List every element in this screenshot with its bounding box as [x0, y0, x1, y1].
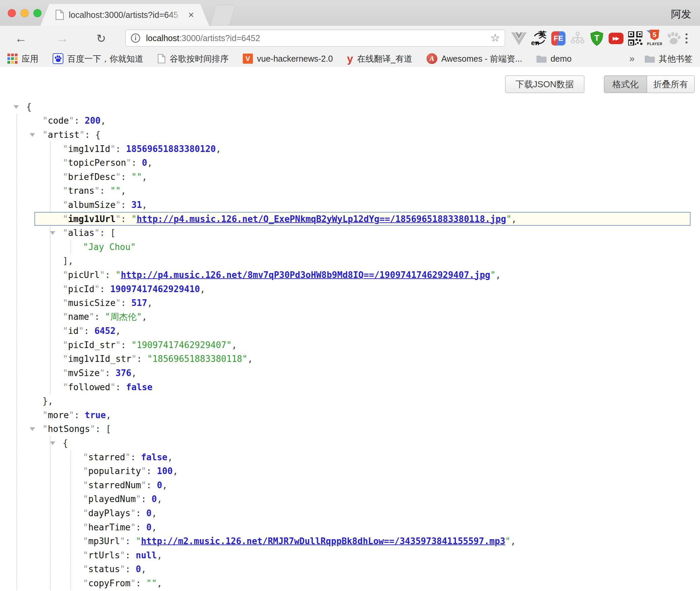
json-punct: : [: [100, 228, 116, 238]
json-url-link[interactable]: http://m2.music.126.net/RMJR7wDullRqppBk…: [141, 536, 505, 546]
json-url-link[interactable]: http://p4.music.126.net/Q_ExePNkmqB2yWyL…: [137, 214, 506, 224]
json-line: },: [0, 394, 700, 408]
json-quote: ": [94, 284, 100, 294]
json-punct: ,: [216, 144, 221, 154]
json-line: "picId": 19097417462929410,: [0, 282, 700, 296]
json-line: "name": "周杰伦",: [0, 310, 700, 324]
bookmarks-bar: 应用 百度一下，你就知道 谷歌按时间排序 V vue-hackernews-2.…: [0, 51, 700, 67]
translate-extension-icon[interactable]: 英 en: [532, 26, 547, 51]
extension-icons: 英 en FE T ▶▶: [532, 26, 681, 51]
back-button[interactable]: ←: [11, 26, 30, 51]
json-punct: ,: [121, 186, 126, 196]
json-punct: : [: [95, 424, 111, 434]
html5-player-extension-icon[interactable]: 5 PLAYER: [647, 26, 662, 51]
json-quote: ": [42, 424, 48, 434]
json-punct: {: [26, 102, 32, 112]
json-key: id: [68, 326, 79, 336]
json-line: "code": 200,: [0, 114, 700, 128]
json-key: starredNum: [88, 480, 141, 490]
json-key: topicPerson: [68, 158, 126, 168]
bookmarks-overflow-chevron[interactable]: »: [629, 53, 635, 64]
url-text[interactable]: localhost:3000/artists?id=6452: [146, 33, 260, 43]
json-punct: ,: [100, 116, 106, 126]
json-key: copyFrom: [88, 578, 130, 588]
json-line: "img1v1Id_str": "18569651883380118",: [0, 352, 700, 366]
bookmark-label: 在线翻译_有道: [357, 53, 412, 64]
json-quote: ": [63, 144, 68, 154]
vue-devtools-icon[interactable]: [511, 26, 527, 51]
download-json-button[interactable]: 下载JSON数据: [505, 75, 584, 93]
window-close-button[interactable]: [8, 9, 16, 17]
bookmark-star-icon[interactable]: ☆: [490, 31, 500, 44]
json-url-link[interactable]: http://p4.music.126.net/8mv7qP30Pd3oHW8b…: [121, 270, 490, 280]
address-bar[interactable]: localhost:3000/artists?id=6452 ☆: [125, 30, 505, 46]
bookmark-label: demo: [551, 54, 572, 64]
json-punct: :: [137, 354, 147, 364]
format-button[interactable]: 格式化: [604, 75, 647, 93]
bookmark-apps[interactable]: 应用: [7, 53, 38, 64]
apps-grid-icon: [7, 54, 18, 64]
json-line: ],: [0, 254, 700, 268]
json-key: status: [88, 564, 120, 574]
bookmark-demo-folder[interactable]: demo: [536, 54, 572, 64]
profile-name[interactable]: 阿发: [671, 7, 691, 21]
sitemap-extension-icon[interactable]: [570, 26, 585, 51]
json-punct: :: [146, 466, 157, 476]
json-punct: :: [116, 382, 126, 392]
window-zoom-button[interactable]: [33, 9, 41, 17]
bookmark-label: 应用: [22, 53, 38, 64]
bookmark-youdao[interactable]: y 在线翻译_有道: [347, 53, 412, 64]
bookmark-label: 百度一下，你就知道: [67, 53, 143, 64]
json-punct: ,: [116, 326, 121, 336]
json-quote: ": [141, 466, 146, 476]
site-info-icon[interactable]: [130, 33, 141, 43]
json-quote: ": [63, 382, 68, 392]
tampermonkey-shield-extension-icon[interactable]: T: [589, 26, 604, 51]
reload-button[interactable]: ↻: [92, 26, 111, 51]
tamper-label: T: [594, 33, 600, 42]
json-number: 0: [136, 564, 141, 574]
json-line: {: [0, 100, 700, 114]
browser-menu-button[interactable]: [680, 26, 693, 51]
window-minimize-button[interactable]: [21, 9, 29, 17]
json-quote: ": [100, 270, 105, 280]
json-punct: :: [100, 186, 110, 196]
json-quote: ": [120, 550, 125, 560]
bookmark-google-sort[interactable]: 谷歌按时间排序: [157, 53, 229, 64]
paw-extension-icon[interactable]: [666, 26, 681, 51]
json-line: "more": true,: [0, 408, 700, 422]
json-key: artist: [48, 130, 80, 140]
json-quote: ": [63, 158, 68, 168]
json-quote: ": [141, 480, 146, 490]
json-key: trans: [68, 186, 94, 196]
folder-icon: [536, 55, 547, 63]
json-punct: : {: [85, 130, 100, 140]
tab-close-icon[interactable]: ×: [188, 10, 194, 20]
json-quote: ": [83, 494, 88, 504]
json-quote: ": [110, 382, 116, 392]
bookmark-baidu[interactable]: 百度一下，你就知道: [53, 53, 143, 64]
json-quote: ": [100, 368, 105, 378]
other-bookmarks-folder[interactable]: 其他书签: [645, 53, 693, 64]
json-key: starred: [88, 452, 125, 462]
bookmark-awesomes[interactable]: A Awesomes - 前端资...: [427, 53, 522, 64]
json-quote: ": [130, 578, 136, 588]
new-tab-button[interactable]: [210, 5, 236, 26]
bookmark-vue-hackernews[interactable]: V vue-hackernews-2.0: [243, 54, 333, 64]
json-punct: ,: [511, 536, 516, 546]
json-line: "briefDesc": "",: [0, 170, 700, 184]
json-line: "hearTime": 0,: [0, 520, 700, 534]
active-tab[interactable]: localhost:3000/artists?id=645 ×: [40, 4, 209, 26]
collapse-all-button[interactable]: 折叠所有: [647, 75, 695, 93]
qr-code-extension-icon[interactable]: [628, 26, 643, 51]
json-number: 31: [132, 200, 142, 210]
json-punct: ,: [147, 158, 152, 168]
json-key: code: [48, 116, 69, 126]
fe-helper-extension-icon[interactable]: FE: [551, 26, 566, 51]
video-fast-forward-extension-icon[interactable]: ▶▶: [609, 26, 623, 51]
json-quote: ": [63, 214, 68, 224]
json-line: "topicPerson": 0,: [0, 156, 700, 170]
json-punct: ,: [173, 466, 178, 476]
json-quote: ": [116, 172, 121, 182]
json-quote: ": [126, 158, 132, 168]
